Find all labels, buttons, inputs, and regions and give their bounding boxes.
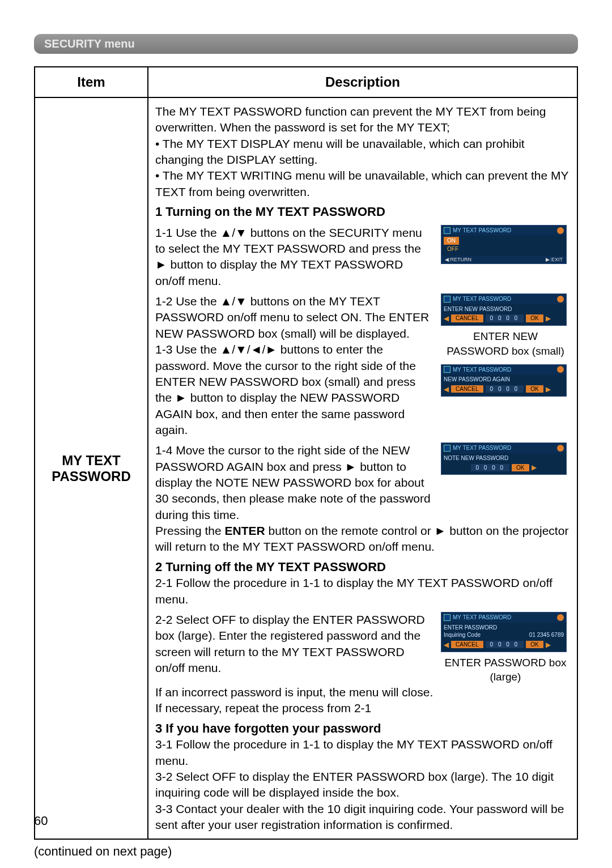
enter-new-password-dialog: MY TEXT PASSWORD ENTER NEW PASSWORD ◀CAN… [441, 293, 567, 326]
password-again-dialog: MY TEXT PASSWORD NEW PASSWORD AGAIN ◀CAN… [441, 364, 567, 397]
caption-small-box: ENTER NEW PASSWORD box (small) [441, 329, 570, 358]
cancel-chip: CANCEL [451, 641, 483, 649]
intro-b1: • The MY TEXT DISPLAY menu will be unava… [155, 136, 570, 168]
option-on: ON [444, 237, 459, 245]
exit-hint: ▶:EXIT [546, 256, 563, 263]
again-label: NEW PASSWORD AGAIN [444, 376, 564, 384]
step-3-1: 3-1 Follow the procedure in 1-1 to displ… [155, 737, 570, 769]
digits-box: 0 0 0 0 [471, 464, 509, 472]
dialog-title: MY TEXT PASSWORD [453, 444, 557, 452]
step-2-2: 2-2 Select OFF to display the ENTER PASS… [155, 612, 435, 676]
left-arrow-icon: ◀ [444, 385, 449, 394]
right-arrow-icon: ▶ [546, 640, 551, 649]
step-3-2: 3-2 Select OFF to display the ENTER PASS… [155, 769, 570, 801]
step-1-4: 1-4 Move the cursor to the right side of… [155, 442, 435, 523]
section1-title: 1 Turning on the MY TEXT PASSWORD [155, 203, 570, 220]
note-new-label: NOTE NEW PASSWORD [444, 454, 564, 462]
step-2-1: 2-1 Follow the procedure in 1-1 to displ… [155, 575, 570, 607]
page-number: 60 [34, 814, 48, 828]
onoff-dialog: MY TEXT PASSWORD ON OFF ◀:RETURN▶:EXIT [441, 225, 567, 264]
inquiring-value: 01 2345 6789 [529, 631, 564, 639]
caption-large-box: ENTER PASSWORD box (large) [441, 656, 570, 684]
option-off: OFF [444, 245, 462, 253]
ok-chip: OK [512, 464, 529, 472]
step-1-1: 1-1 Use the ▲/▼ buttons on the SECURITY … [155, 225, 435, 289]
dialog-title: MY TEXT PASSWORD [453, 295, 557, 303]
col-header-description: Description [148, 67, 577, 97]
item-cell: MY TEXT PASSWORD [35, 97, 148, 839]
enter-password-label: ENTER PASSWORD [444, 624, 564, 632]
note-new-password-dialog: MY TEXT PASSWORD NOTE NEW PASSWORD 0 0 0… [441, 442, 567, 475]
enter-password-large-dialog: MY TEXT PASSWORD ENTER PASSWORD Inquirin… [441, 612, 567, 652]
step-1-2: 1-2 Use the ▲/▼ buttons on the MY TEXT P… [155, 293, 435, 342]
return-hint: ◀:RETURN [445, 256, 471, 263]
close-icon [557, 366, 564, 373]
close-icon [557, 296, 564, 303]
s2-post1: If an incorrect password is input, the m… [155, 684, 570, 700]
inquiring-label: Inquiring Code [444, 631, 481, 639]
item-label-line2: PASSWORD [42, 469, 141, 484]
lock-icon [444, 614, 450, 621]
section1-post: Pressing the ENTER button on the remote … [155, 523, 570, 555]
close-icon [557, 614, 564, 621]
intro-b2: • The MY TEXT WRITING menu will be unava… [155, 168, 570, 200]
close-icon [557, 227, 564, 234]
dialog-title: MY TEXT PASSWORD [453, 366, 557, 374]
lock-icon [444, 296, 450, 303]
left-arrow-icon: ◀ [444, 314, 449, 323]
digits-box: 0 0 0 0 [486, 385, 524, 393]
lock-icon [444, 445, 450, 452]
right-arrow-icon: ▶ [546, 314, 551, 323]
ok-chip: OK [526, 385, 543, 393]
close-icon [557, 445, 564, 452]
enter-bold: ENTER [225, 524, 265, 537]
right-arrow-icon: ▶ [532, 463, 537, 472]
cancel-chip: CANCEL [451, 385, 483, 393]
ok-chip: OK [526, 641, 543, 649]
ok-chip: OK [526, 314, 543, 322]
section3-title: 3 If you have forgotten your password [155, 720, 570, 737]
section2-title: 2 Turning off the MY TEXT PASSWORD [155, 559, 570, 576]
dialog-title: MY TEXT PASSWORD [453, 227, 557, 235]
step-1-3: 1-3 Use the ▲/▼/◄/► buttons to enter the… [155, 342, 435, 438]
dialog-title: MY TEXT PASSWORD [453, 614, 557, 622]
left-arrow-icon: ◀ [444, 640, 449, 649]
section-header: SECURITY menu [34, 34, 578, 54]
intro-p1: The MY TEXT PASSWORD function can preven… [155, 104, 570, 136]
continued-note: (continued on next page) [34, 844, 578, 859]
s2-post2: If necessary, repeat the process from 2-… [155, 700, 570, 716]
col-header-item: Item [35, 67, 148, 97]
enter-new-label: ENTER NEW PASSWORD [444, 305, 564, 313]
right-arrow-icon: ▶ [546, 385, 551, 394]
main-table: Item Description MY TEXT PASSWORD The MY… [34, 66, 578, 840]
lock-icon [444, 366, 450, 373]
digits-box: 0 0 0 0 [486, 641, 524, 649]
cancel-chip: CANCEL [451, 314, 483, 322]
s1-post-a: Pressing the [155, 524, 225, 537]
lock-icon [444, 227, 450, 234]
description-cell: The MY TEXT PASSWORD function can preven… [148, 97, 577, 839]
step-3-3: 3-3 Contact your dealer with the 10 digi… [155, 801, 570, 833]
digits-box: 0 0 0 0 [486, 314, 524, 322]
item-label-line1: MY TEXT [42, 453, 141, 469]
